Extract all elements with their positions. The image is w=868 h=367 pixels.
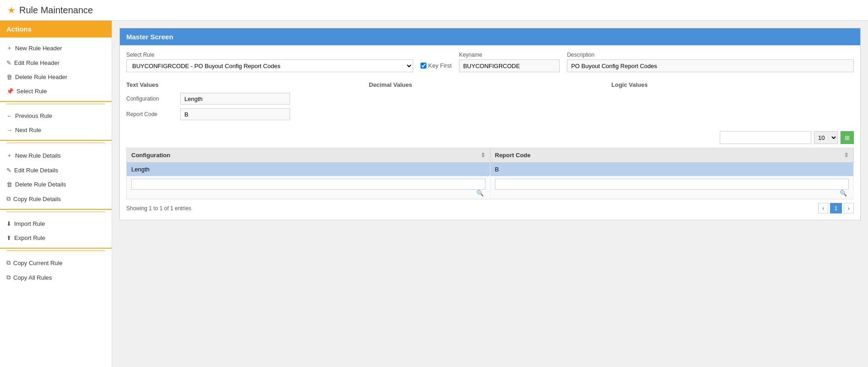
- copy-icon-3: ⧉: [6, 274, 11, 281]
- logic-values-header: Logic Values: [611, 81, 854, 88]
- filter-configuration-input[interactable]: [131, 179, 485, 190]
- plus-icon-2: ＋: [6, 151, 12, 160]
- sidebar-group-header-actions: ＋ New Rule Header ✎ Edit Rule Header 🗑 D…: [0, 37, 112, 102]
- table-row[interactable]: Length B: [127, 163, 854, 176]
- page-title: Rule Maintenance: [19, 5, 93, 16]
- divider-4: [6, 250, 105, 251]
- sidebar-group-import-export: ⬇ Import Rule ⬆ Export Rule: [0, 214, 112, 249]
- divider-3: [6, 212, 105, 212]
- description-input[interactable]: [567, 59, 854, 72]
- sidebar-item-new-rule-header[interactable]: ＋ New Rule Header: [0, 40, 112, 56]
- page-size-select[interactable]: 10 25 50 100: [814, 131, 838, 144]
- sidebar-item-export-rule[interactable]: ⬆ Export Rule: [0, 231, 112, 245]
- keyname-field: Keyname: [459, 52, 560, 72]
- key-first-checkbox[interactable]: [421, 63, 426, 69]
- data-table: Configuration ⇕ Report Code ⇕ Length: [126, 148, 854, 199]
- divider-2: [6, 143, 105, 143]
- report-code-input[interactable]: [180, 108, 290, 120]
- table-search-input[interactable]: [720, 131, 811, 144]
- copy-all-rules-label: Copy All Rules: [13, 274, 52, 281]
- table-controls: 10 25 50 100 ⊞: [126, 131, 854, 144]
- sort-icon-report-code: ⇕: [844, 152, 849, 159]
- copy-rule-details-label: Copy Rule Details: [13, 196, 61, 202]
- key-first-label: Key First: [428, 62, 452, 69]
- copy-current-rule-label: Copy Current Rule: [13, 260, 63, 266]
- description-field: Description: [567, 52, 854, 72]
- page-header: ★ Rule Maintenance: [0, 0, 868, 21]
- select-rule-row: Select Rule BUYCONFIGRCODE - PO Buyout C…: [126, 52, 854, 72]
- pin-icon: 📌: [6, 88, 14, 95]
- report-code-row: Report Code: [126, 108, 369, 120]
- sidebar-item-copy-current-rule[interactable]: ⧉ Copy Current Rule: [0, 255, 112, 270]
- keyname-input[interactable]: [459, 59, 560, 72]
- pagination-controls: ‹ 1 ›: [818, 203, 854, 213]
- master-screen-body: Select Rule BUYCONFIGRCODE - PO Buyout C…: [120, 45, 860, 220]
- column-header-configuration[interactable]: Configuration ⇕: [127, 148, 491, 163]
- master-screen-title: Master Screen: [120, 28, 860, 45]
- pagination-prev-button[interactable]: ‹: [818, 203, 828, 213]
- import-rule-label: Import Rule: [14, 220, 45, 227]
- sidebar-group-navigation: ← Previous Rule → Next Rule: [0, 106, 112, 141]
- new-rule-details-label: New Rule Details: [15, 152, 61, 159]
- sidebar-item-import-rule[interactable]: ⬇ Import Rule: [0, 217, 112, 231]
- values-section: Text Values Configuration Report Code De…: [126, 81, 854, 124]
- pagination-next-button[interactable]: ›: [844, 203, 854, 213]
- master-screen: Master Screen Select Rule BUYCONFIGRCODE…: [119, 28, 861, 220]
- sidebar-item-edit-rule-header[interactable]: ✎ Edit Rule Header: [0, 56, 112, 70]
- search-cell-report-code[interactable]: 🔍: [490, 176, 854, 199]
- content-area: Master Screen Select Rule BUYCONFIGRCODE…: [112, 21, 868, 367]
- divider-1: [6, 104, 105, 104]
- sidebar-item-new-rule-details[interactable]: ＋ New Rule Details: [0, 148, 112, 163]
- sidebar: Actions ＋ New Rule Header ✎ Edit Rule He…: [0, 21, 112, 367]
- cell-report-code: B: [490, 163, 854, 176]
- table-export-button[interactable]: ⊞: [841, 131, 854, 144]
- configuration-label: Configuration: [126, 96, 177, 102]
- search-icon-configuration: 🔍: [476, 190, 484, 197]
- sidebar-item-edit-rule-details[interactable]: ✎ Edit Rule Details: [0, 163, 112, 177]
- sidebar-item-next-rule[interactable]: → Next Rule: [0, 123, 112, 137]
- decimal-values-header: Decimal Values: [369, 81, 611, 88]
- select-rule-label: Select Rule: [126, 52, 413, 58]
- filter-report-code-input[interactable]: [495, 179, 849, 190]
- decimal-values-column: Decimal Values: [369, 81, 611, 124]
- search-icon-report-code: 🔍: [840, 190, 847, 197]
- sidebar-item-delete-rule-header[interactable]: 🗑 Delete Rule Header: [0, 70, 112, 84]
- sidebar-item-select-rule[interactable]: 📌 Select Rule: [0, 84, 112, 98]
- export-rule-label: Export Rule: [14, 234, 45, 241]
- search-cell-configuration[interactable]: 🔍: [127, 176, 491, 199]
- logic-values-column: Logic Values: [611, 81, 854, 124]
- sidebar-item-copy-all-rules[interactable]: ⧉ Copy All Rules: [0, 270, 112, 285]
- pagination-page-1-button[interactable]: 1: [830, 203, 841, 213]
- text-values-header: Text Values: [126, 81, 369, 88]
- configuration-input[interactable]: [180, 93, 290, 105]
- description-label: Description: [567, 52, 854, 58]
- edit-rule-header-label: Edit Rule Header: [14, 59, 59, 66]
- text-values-column: Text Values Configuration Report Code: [126, 81, 369, 124]
- sidebar-item-previous-rule[interactable]: ← Previous Rule: [0, 109, 112, 123]
- configuration-row: Configuration: [126, 93, 369, 105]
- configuration-column-label: Configuration: [131, 152, 170, 159]
- keyname-label: Keyname: [459, 52, 560, 58]
- sidebar-header: Actions: [0, 21, 112, 37]
- arrow-left-icon: ←: [6, 112, 12, 119]
- select-rule-field: Select Rule BUYCONFIGRCODE - PO Buyout C…: [126, 52, 413, 72]
- trash-icon: 🗑: [6, 74, 12, 80]
- pagination-row: Showing 1 to 1 of 1 entries ‹ 1 ›: [126, 203, 854, 213]
- sidebar-item-copy-rule-details[interactable]: ⧉ Copy Rule Details: [0, 191, 112, 206]
- delete-rule-header-label: Delete Rule Header: [15, 74, 67, 80]
- table-footer-search-row: 🔍 🔍: [127, 176, 854, 199]
- select-rule-dropdown[interactable]: BUYCONFIGRCODE - PO Buyout Config Report…: [126, 59, 413, 72]
- report-code-column-label: Report Code: [495, 152, 531, 159]
- previous-rule-label: Previous Rule: [15, 112, 52, 119]
- cell-configuration: Length: [127, 163, 491, 176]
- table-body: Length B: [127, 163, 854, 176]
- export-table-icon: ⊞: [845, 134, 850, 141]
- copy-icon-2: ⧉: [6, 259, 11, 266]
- trash-icon-2: 🗑: [6, 181, 12, 188]
- column-header-report-code[interactable]: Report Code ⇕: [490, 148, 854, 163]
- arrow-right-icon: →: [6, 127, 12, 133]
- edit-icon-2: ✎: [6, 167, 11, 174]
- sidebar-group-copy-rules: ⧉ Copy Current Rule ⧉ Copy All Rules: [0, 253, 112, 287]
- sidebar-item-delete-rule-details[interactable]: 🗑 Delete Rule Details: [0, 177, 112, 191]
- sidebar-group-details-actions: ＋ New Rule Details ✎ Edit Rule Details 🗑…: [0, 145, 112, 210]
